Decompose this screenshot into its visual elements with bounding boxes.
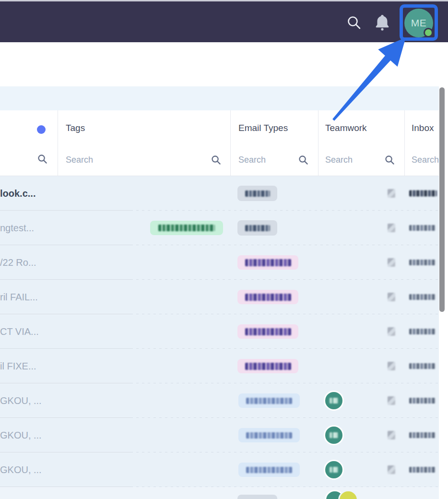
inbox-name: [409, 190, 437, 197]
column-divider: [318, 110, 318, 176]
email-subject[interactable]: GKOU, ...: [0, 464, 42, 475]
table-row[interactable]: GKOU, ...: [0, 418, 448, 452]
inbox-icon: [388, 293, 395, 301]
email-subject[interactable]: /22 Ro...: [0, 257, 36, 268]
email-subject[interactable]: look.c...: [0, 188, 35, 199]
inbox-name: [409, 294, 436, 300]
email-types-search-input[interactable]: [238, 152, 294, 168]
email-type-tag[interactable]: [238, 463, 300, 477]
inbox-icon: [388, 396, 395, 405]
table-row[interactable]: GKOU, ...: [0, 383, 448, 418]
table-row[interactable]: look.c...: [0, 176, 448, 211]
bell-icon[interactable]: [374, 14, 390, 31]
email-type-tag[interactable]: [237, 359, 298, 373]
email-type-tag[interactable]: [237, 186, 277, 201]
email-types-search-icon[interactable]: [298, 155, 308, 165]
inbox-name: [409, 225, 436, 231]
inbox-toolbar: Mark All as Read ⚙ 207 Emails: [0, 42, 448, 86]
teamwork-search-input[interactable]: [325, 152, 379, 168]
inbox-name: [409, 432, 436, 438]
tags-search-icon[interactable]: [211, 155, 221, 165]
column-header-email-types[interactable]: Email Types: [238, 123, 288, 133]
teamwork-avatar[interactable]: [324, 460, 344, 480]
email-subject[interactable]: ril FAIL...: [0, 292, 38, 303]
vertical-scrollbar-track[interactable]: [439, 86, 448, 499]
search-icon[interactable]: [346, 15, 362, 30]
column-header-inbox[interactable]: Inbox: [412, 123, 434, 133]
table-header: Tags Email Types Teamwork Inbox: [0, 110, 448, 176]
status-column-search-icon[interactable]: [37, 154, 47, 164]
inbox-name: [409, 329, 436, 334]
column-divider: [58, 110, 58, 176]
table-row[interactable]: il FIXE...: [0, 349, 448, 383]
teamwork-avatar[interactable]: [338, 490, 358, 499]
online-status-dot: [424, 28, 433, 37]
table-row[interactable]: GKOU, ...: [0, 452, 448, 487]
annotation-highlight-box: ME: [400, 4, 438, 41]
tags-search-input[interactable]: [66, 152, 205, 168]
inbox-icon: [388, 362, 395, 370]
email-subject[interactable]: CT VIA...: [0, 326, 39, 337]
app-screen: ME Mark All as Read ⚙ 207 Emails Tags Em…: [0, 0, 448, 499]
inbox-icon: [388, 431, 395, 440]
email-subject[interactable]: ngtest...: [0, 223, 34, 234]
table-row[interactable]: CT VIA...: [0, 314, 448, 349]
email-table-body: look.c... ngtest... /22 Ro... ril FAIL..…: [0, 176, 448, 499]
inbox-icon: [388, 189, 395, 198]
column-divider: [404, 110, 405, 176]
column-divider: [230, 110, 231, 176]
email-type-tag[interactable]: [237, 290, 298, 304]
column-header-tags[interactable]: Tags: [66, 123, 85, 133]
table-row[interactable]: [0, 487, 448, 499]
email-type-tag[interactable]: [237, 495, 277, 499]
table-row[interactable]: ngtest...: [0, 211, 448, 245]
column-header-teamwork[interactable]: Teamwork: [325, 123, 367, 133]
email-subject[interactable]: il FIXE...: [0, 361, 36, 372]
table-row[interactable]: ril FAIL...: [0, 280, 448, 314]
table-top-band: [0, 86, 448, 110]
email-type-tag[interactable]: [238, 428, 300, 442]
inbox-icon: [388, 465, 395, 474]
table-row[interactable]: /22 Ro...: [0, 245, 448, 280]
email-type-tag[interactable]: [237, 255, 298, 270]
unread-filter-dot[interactable]: [37, 125, 46, 134]
email-type-tag[interactable]: [238, 393, 300, 408]
inbox-icon: [388, 224, 395, 232]
email-type-tag[interactable]: [237, 220, 277, 236]
inbox-name: [409, 363, 436, 369]
inbox-search-input[interactable]: [412, 152, 439, 168]
teamwork-search-icon[interactable]: [385, 155, 395, 165]
inbox-icon: [388, 258, 395, 267]
inbox-icon: [388, 327, 395, 336]
inbox-name: [409, 398, 436, 404]
email-type-tag[interactable]: [237, 324, 298, 339]
teamwork-avatar[interactable]: [324, 391, 344, 411]
inbox-name: [409, 467, 436, 473]
avatar-initials: ME: [411, 17, 427, 29]
vertical-scrollbar-thumb[interactable]: [439, 87, 445, 312]
top-navbar: ME: [0, 1, 448, 42]
teamwork-avatar[interactable]: [324, 425, 344, 445]
email-subject[interactable]: GKOU, ...: [0, 430, 42, 441]
inbox-name: [409, 260, 436, 265]
tag-pill[interactable]: [150, 221, 223, 235]
email-subject[interactable]: GKOU, ...: [0, 395, 42, 406]
